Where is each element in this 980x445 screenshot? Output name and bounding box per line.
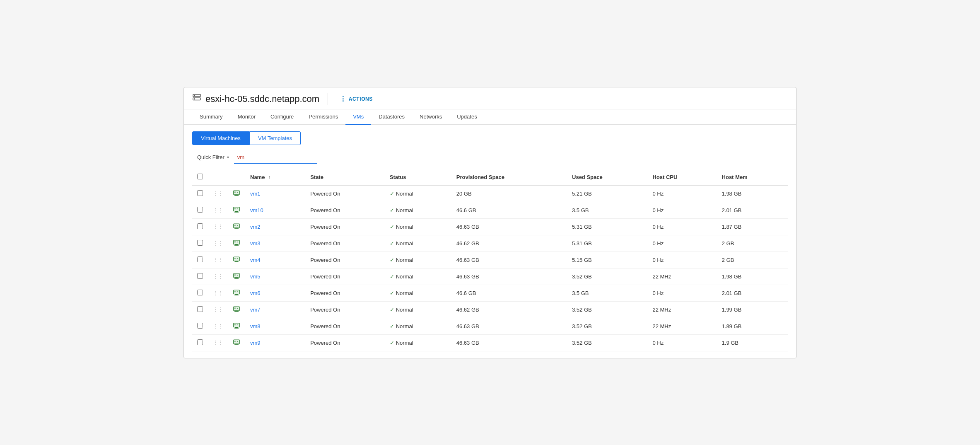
drag-handle-icon[interactable]: ⋮⋮ (213, 256, 223, 263)
vm-state-cell: Powered On (305, 202, 385, 218)
vm-name-link[interactable]: vm8 (250, 323, 261, 329)
drag-handle-icon[interactable]: ⋮⋮ (213, 240, 223, 247)
svg-rect-11 (234, 208, 236, 209)
row-checkbox[interactable] (197, 256, 203, 262)
header-divider (328, 93, 328, 105)
row-checkbox[interactable] (197, 240, 203, 246)
table-row: ⋮⋮ vm2 Powered On ✓Normal 46.63 GB 5.31 … (192, 218, 788, 235)
col-provisioned[interactable]: Provisioned Space (451, 169, 567, 185)
row-checkbox[interactable] (197, 190, 203, 196)
vm-name-cell: vm3 (245, 235, 305, 252)
tab-vms[interactable]: VMs (345, 109, 371, 125)
row-checkbox-cell (192, 285, 208, 301)
filter-input[interactable] (234, 152, 317, 164)
status-check-icon: ✓ (390, 257, 394, 263)
drag-handle-cell: ⋮⋮ (208, 301, 228, 318)
drag-handle-cell: ⋮⋮ (208, 285, 228, 301)
row-checkbox[interactable] (197, 339, 203, 345)
vm-status-cell: ✓Normal (385, 334, 451, 351)
vm-name-cell: vm1 (245, 185, 305, 202)
vm-cpu-cell: 22 MHz (647, 301, 717, 318)
vm-icon-cell (228, 185, 245, 202)
drag-handle-icon[interactable]: ⋮⋮ (213, 190, 223, 197)
drag-handle-icon[interactable]: ⋮⋮ (213, 290, 223, 296)
tab-permissions[interactable]: Permissions (301, 109, 345, 125)
table-row: ⋮⋮ vm8 Powered On ✓Normal 46.63 GB 3.52 … (192, 318, 788, 334)
tab-summary[interactable]: Summary (192, 109, 230, 125)
vm-table: Name ↑ State Status Provisioned Space Us… (192, 169, 788, 351)
col-name[interactable]: Name ↑ (245, 169, 305, 185)
vm-status-cell: ✓Normal (385, 218, 451, 235)
vm-cpu-cell: 0 Hz (647, 285, 717, 301)
vm-mem-cell: 2 GB (717, 252, 788, 268)
svg-rect-15 (234, 225, 236, 226)
vm-provisioned-cell: 46.63 GB (451, 318, 567, 334)
drag-handle-icon[interactable]: ⋮⋮ (213, 223, 223, 230)
nav-tabs: Summary Monitor Configure Permissions VM… (184, 109, 796, 125)
row-checkbox[interactable] (197, 273, 203, 279)
drag-handle-icon[interactable]: ⋮⋮ (213, 323, 223, 329)
svg-rect-41 (235, 343, 238, 344)
vm-name-link[interactable]: vm10 (250, 207, 263, 213)
row-checkbox[interactable] (197, 207, 203, 213)
vm-name-link[interactable]: vm4 (250, 257, 261, 263)
tab-datastores[interactable]: Datastores (371, 109, 412, 125)
vm-icon-cell (228, 235, 245, 252)
vm-name-link[interactable]: vm2 (250, 224, 261, 230)
vm-state-cell: Powered On (305, 334, 385, 351)
vm-name-link[interactable]: vm3 (250, 240, 261, 247)
vm-name-cell: vm10 (245, 202, 305, 218)
svg-rect-14 (234, 228, 239, 229)
table-row: ⋮⋮ vm10 Powered On ✓Normal 46.6 GB 3.5 G… (192, 202, 788, 218)
vm-name-cell: vm9 (245, 334, 305, 351)
svg-rect-31 (234, 291, 236, 292)
row-checkbox[interactable] (197, 323, 203, 329)
drag-handle-cell: ⋮⋮ (208, 268, 228, 285)
quick-filter-button[interactable]: Quick Filter ▾ (192, 152, 234, 163)
actions-button[interactable]: ⋮ ACTIONS (336, 93, 376, 104)
main-window: esxi-hc-05.sddc.netapp.com ⋮ ACTIONS Sum… (183, 87, 797, 358)
drag-handle-icon[interactable]: ⋮⋮ (213, 339, 223, 346)
row-checkbox[interactable] (197, 223, 203, 229)
row-checkbox[interactable] (197, 306, 203, 312)
row-checkbox-cell (192, 185, 208, 202)
col-state[interactable]: State (305, 169, 385, 185)
vm-used-cell: 5.31 GB (567, 235, 647, 252)
select-all-checkbox[interactable] (197, 174, 203, 179)
vm-provisioned-cell: 46.62 GB (451, 301, 567, 318)
col-used[interactable]: Used Space (567, 169, 647, 185)
vm-name-link[interactable]: vm7 (250, 307, 261, 313)
drag-handle-icon[interactable]: ⋮⋮ (213, 273, 223, 280)
vm-type-icon (233, 275, 240, 281)
vm-used-cell: 5.21 GB (567, 185, 647, 202)
svg-rect-7 (234, 191, 236, 193)
col-status[interactable]: Status (385, 169, 451, 185)
svg-rect-23 (234, 258, 236, 259)
vm-state-cell: Powered On (305, 301, 385, 318)
subtab-vm-templates[interactable]: VM Templates (249, 131, 301, 145)
tab-networks[interactable]: Networks (412, 109, 449, 125)
svg-rect-13 (235, 227, 238, 228)
row-checkbox[interactable] (197, 290, 203, 295)
svg-rect-38 (234, 328, 239, 329)
vm-used-cell: 3.52 GB (567, 301, 647, 318)
drag-handle-icon[interactable]: ⋮⋮ (213, 306, 223, 313)
vm-name-link[interactable]: vm9 (250, 340, 261, 346)
subtab-virtual-machines[interactable]: Virtual Machines (192, 131, 249, 145)
vm-mem-cell: 2.01 GB (717, 202, 788, 218)
col-mem[interactable]: Host Mem (717, 169, 788, 185)
svg-rect-39 (234, 324, 236, 325)
vm-name-link[interactable]: vm5 (250, 273, 261, 280)
tab-monitor[interactable]: Monitor (230, 109, 263, 125)
vm-status-cell: ✓Normal (385, 268, 451, 285)
tab-configure[interactable]: Configure (263, 109, 301, 125)
drag-handle-icon[interactable]: ⋮⋮ (213, 207, 223, 213)
vm-name-link[interactable]: vm6 (250, 290, 261, 296)
vm-name-link[interactable]: vm1 (250, 191, 261, 197)
vm-name-cell: vm4 (245, 252, 305, 268)
tab-updates[interactable]: Updates (449, 109, 484, 125)
vm-type-icon (233, 324, 240, 331)
col-cpu[interactable]: Host CPU (647, 169, 717, 185)
vm-mem-cell: 2.01 GB (717, 285, 788, 301)
status-check-icon: ✓ (390, 240, 394, 247)
